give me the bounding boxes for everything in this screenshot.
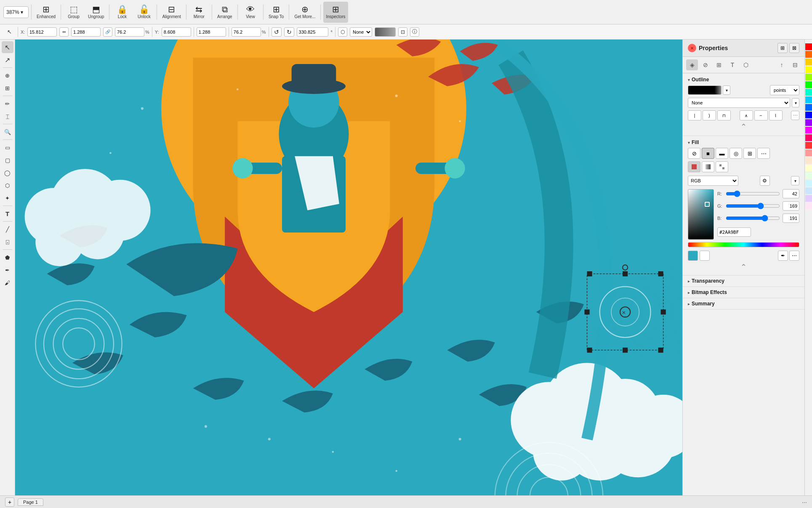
cap-round-btn[interactable]: ) bbox=[703, 110, 716, 120]
lock-ratio-btn[interactable]: 🔗 bbox=[103, 27, 112, 37]
join-bevel-btn[interactable]: ⌇ bbox=[769, 110, 783, 120]
color-hue-strip[interactable] bbox=[688, 242, 799, 247]
color-strip-swatch[interactable] bbox=[805, 112, 812, 118]
reset-btn[interactable]: ↺ bbox=[272, 27, 282, 37]
color-strip-swatch[interactable] bbox=[805, 66, 812, 73]
mirror-btn[interactable]: ⇆ Mirror bbox=[189, 2, 209, 23]
panel-more-btn[interactable]: ⊠ bbox=[789, 43, 799, 53]
color-settings-btn[interactable]: ⚙ bbox=[760, 176, 770, 186]
zoom-dropdown[interactable]: 387% ▾ bbox=[3, 6, 29, 18]
color-strip-swatch[interactable] bbox=[805, 150, 812, 156]
swatch-teal[interactable] bbox=[688, 251, 698, 261]
h-input[interactable] bbox=[197, 27, 226, 37]
summary-section[interactable]: ▸ Summary bbox=[683, 298, 804, 310]
subselect-tool[interactable]: ↗ bbox=[2, 54, 13, 66]
color-strip-swatch[interactable] bbox=[805, 89, 812, 96]
transform-tool[interactable]: ⊕ bbox=[2, 70, 13, 81]
alignment-btn[interactable]: ⊟ Alignment bbox=[160, 2, 183, 23]
color-strip-swatch[interactable] bbox=[805, 195, 812, 202]
canvas-area[interactable]: × bbox=[15, 40, 682, 495]
polygon-tool[interactable]: ⬡ bbox=[2, 179, 13, 191]
stroke-none-select[interactable]: None Solid Dashed bbox=[688, 98, 790, 108]
vector-tool[interactable]: ✏ bbox=[2, 98, 13, 110]
zoom-tool[interactable]: 🔍 bbox=[2, 126, 13, 138]
flip-v-btn[interactable]: ⊡ bbox=[398, 27, 407, 37]
color-strip-swatch[interactable] bbox=[805, 59, 812, 65]
bitmap-effects-section[interactable]: ▸ Bitmap Effects bbox=[683, 287, 804, 298]
color-more-btn[interactable]: ▾ bbox=[791, 176, 799, 185]
fill-solid-btn[interactable]: ■ bbox=[702, 148, 714, 159]
fill-none-btn[interactable]: ⊘ bbox=[688, 148, 700, 159]
color-strip-swatch[interactable] bbox=[805, 104, 812, 111]
outline-color-btn[interactable] bbox=[688, 86, 721, 95]
color-strip-swatch[interactable] bbox=[805, 134, 812, 141]
x-input[interactable] bbox=[27, 27, 57, 37]
line-tool[interactable]: ╱ bbox=[2, 223, 13, 235]
color-preview-btn[interactable] bbox=[375, 27, 396, 37]
color-strip-swatch[interactable] bbox=[805, 81, 812, 88]
get-more-btn[interactable]: ⊕ Get More... bbox=[292, 2, 318, 23]
color-strip-swatch[interactable] bbox=[805, 119, 812, 126]
panel-settings-btn[interactable]: ⊞ bbox=[777, 43, 788, 53]
tab-effects[interactable]: ⊞ bbox=[713, 59, 725, 70]
paint-brush[interactable]: 🖌 bbox=[2, 277, 13, 289]
unlock-btn[interactable]: 🔓 Unlock bbox=[134, 2, 154, 23]
w-input[interactable] bbox=[71, 27, 101, 37]
status-more-btn[interactable]: ··· bbox=[802, 499, 807, 505]
pen-tool[interactable]: ⌶ bbox=[2, 110, 13, 122]
tab-text[interactable]: T bbox=[727, 59, 738, 70]
y-input[interactable] bbox=[162, 27, 191, 37]
color-strip-swatch[interactable] bbox=[805, 172, 812, 179]
color-strip-swatch[interactable] bbox=[805, 127, 812, 134]
fill-select[interactable]: None Solid bbox=[350, 27, 372, 37]
transparency-section[interactable]: ▸ Transparency bbox=[683, 275, 804, 287]
inspectors-btn[interactable]: ⊞ Inspectors bbox=[323, 2, 348, 23]
eyedropper-btn[interactable]: ✒ bbox=[778, 251, 788, 261]
fill-mode-gradient-btn[interactable] bbox=[702, 161, 714, 172]
join-miter-btn[interactable]: ∧ bbox=[740, 110, 753, 120]
tab-export[interactable]: ↑ bbox=[776, 59, 788, 70]
swatch-more-btn[interactable]: ⋯ bbox=[789, 251, 799, 261]
tab-fill[interactable]: ◈ bbox=[686, 59, 698, 70]
b-slider[interactable] bbox=[726, 216, 780, 220]
rotate-clockwise-btn[interactable]: ↻ bbox=[284, 27, 294, 37]
arrange-btn[interactable]: ⧉ Arrange bbox=[215, 2, 235, 23]
snap-to-btn[interactable]: ⊞ Snap To bbox=[266, 2, 287, 23]
swap-xy-btn[interactable]: ⇔ bbox=[59, 27, 69, 37]
g-value[interactable]: 169 bbox=[783, 201, 799, 211]
r-slider[interactable] bbox=[726, 192, 780, 196]
color-strip-swatch[interactable] bbox=[805, 180, 812, 187]
ungroup-btn[interactable]: ⬒ Ungroup bbox=[85, 2, 106, 23]
color-strip-swatch[interactable] bbox=[805, 74, 812, 80]
w-pct-input[interactable] bbox=[115, 27, 144, 37]
cap-flat-btn[interactable]: | bbox=[688, 110, 701, 120]
rounded-rect-tool[interactable]: ▢ bbox=[2, 154, 13, 166]
knife-tool[interactable]: ⌺ bbox=[2, 236, 13, 248]
color-strip-swatch[interactable] bbox=[805, 165, 812, 171]
eye-dropper[interactable]: ✒ bbox=[2, 264, 13, 276]
flip-h-btn[interactable]: ⬡ bbox=[338, 27, 347, 37]
stroke-arrow[interactable]: ▾ bbox=[792, 98, 799, 107]
fill-mode-pattern-btn[interactable] bbox=[716, 161, 728, 172]
swatch-white[interactable] bbox=[700, 251, 710, 261]
color-strip-swatch[interactable] bbox=[805, 157, 812, 164]
hex-input[interactable]: #2AA9BF bbox=[717, 227, 751, 237]
view-btn[interactable]: 👁 View bbox=[240, 2, 261, 23]
object-info-btn[interactable]: ⓘ bbox=[410, 27, 419, 37]
color-strip-swatch[interactable] bbox=[805, 203, 812, 209]
color-strip-swatch[interactable] bbox=[805, 142, 812, 149]
color-gradient-picker[interactable] bbox=[688, 189, 714, 240]
fill-pattern-btn[interactable]: ⊞ bbox=[743, 148, 756, 159]
fill-header[interactable]: ▾ Fill bbox=[688, 139, 799, 145]
fill-radial-btn[interactable]: ◎ bbox=[729, 148, 742, 159]
ellipse-tool[interactable]: ◯ bbox=[2, 167, 13, 179]
tab-stroke[interactable]: ⊘ bbox=[700, 59, 711, 70]
lock-btn[interactable]: 🔒 Lock bbox=[112, 2, 132, 23]
select-tool-small[interactable]: ↖ bbox=[3, 26, 15, 38]
outline-width-unit[interactable]: points px bbox=[770, 85, 799, 95]
text-tool[interactable]: T bbox=[2, 208, 13, 219]
h-pct-input[interactable] bbox=[232, 27, 261, 37]
cap-square-btn[interactable]: ⊓ bbox=[717, 110, 731, 120]
color-model-select[interactable]: RGB CMYK HSB bbox=[688, 176, 738, 186]
fill-linear-btn[interactable]: ▬ bbox=[716, 148, 728, 159]
